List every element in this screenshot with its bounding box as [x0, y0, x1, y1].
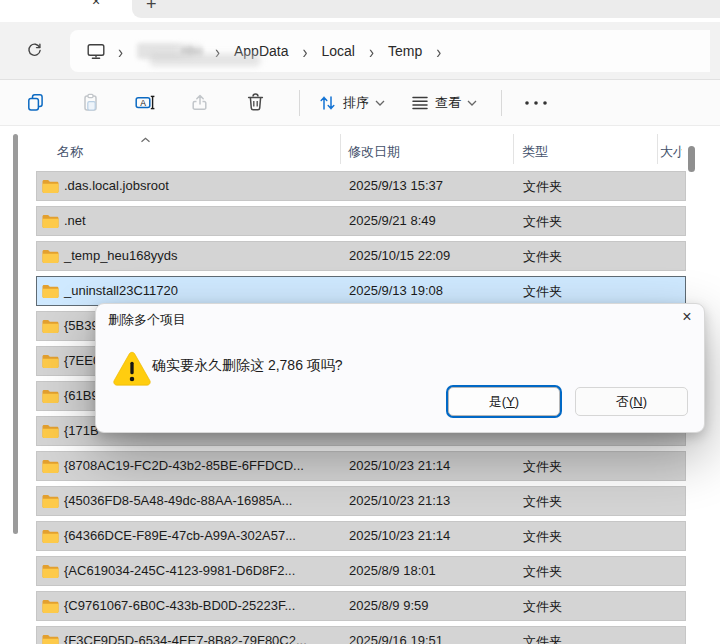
row-name: {AC619034-245C-4123-9981-D6D8F2...: [64, 563, 295, 578]
redaction-smear: [150, 54, 260, 66]
breadcrumb-chevron-icon: ›: [302, 40, 307, 61]
column-header-name[interactable]: 名称: [57, 143, 83, 161]
row-type: 文件夹: [523, 598, 562, 616]
delete-button[interactable]: [228, 85, 283, 121]
file-row[interactable]: {F3CF9D5D-6534-4EE7-8B82-79F80C2... 2025…: [36, 626, 686, 644]
folder-icon: [42, 319, 59, 337]
row-name: _uninstall23C11720: [64, 283, 178, 298]
file-row[interactable]: {64366DCE-F89E-47cb-A99A-302A57... 2025/…: [36, 521, 686, 551]
file-row[interactable]: .das.local.jobsroot 2025/9/13 15:37 文件夹: [36, 171, 686, 201]
delete-confirmation-dialog: 删除多个项目 × 确实要永久删除这 2,786 项吗? 是(Y) 否(N): [95, 303, 705, 433]
list-scrollbar-thumb[interactable]: [688, 146, 695, 172]
file-row[interactable]: _uninstall23C11720 2025/9/13 19:08 文件夹: [36, 276, 686, 306]
column-header-type[interactable]: 类型: [522, 143, 548, 161]
file-row[interactable]: {C9761067-6B0C-433b-BD0D-25223F... 2025/…: [36, 591, 686, 621]
breadcrumb-chevron-icon: ›: [369, 40, 374, 61]
row-date: 2025/10/15 22:09: [349, 248, 450, 263]
chevron-down-icon: [375, 100, 385, 106]
row-date: 2025/10/23 21:14: [349, 528, 450, 543]
breadcrumb-item-local[interactable]: Local: [319, 41, 356, 61]
no-label-suffix: ): [643, 394, 647, 409]
row-date: 2025/8/9 9:59: [349, 598, 429, 613]
sort-button[interactable]: 排序: [310, 85, 393, 121]
ellipsis-icon: [523, 100, 549, 106]
chevron-down-icon: [467, 100, 477, 106]
view-label: 查看: [435, 94, 461, 112]
this-pc-icon[interactable]: [86, 43, 106, 60]
column-header-date[interactable]: 修改日期: [348, 143, 400, 161]
row-type: 文件夹: [523, 633, 562, 644]
row-name: {64366DCE-F89E-47cb-A99A-302A57...: [64, 528, 296, 543]
row-name: {C9761067-6B0C-433b-BD0D-25223F...: [64, 598, 295, 613]
column-divider[interactable]: [513, 134, 514, 164]
yes-label-suffix: ): [515, 394, 519, 409]
column-header-size[interactable]: 大小: [660, 143, 682, 161]
row-name: {5B39: [64, 318, 99, 333]
row-name: .das.local.jobsroot: [64, 178, 169, 193]
folder-icon: [42, 424, 59, 442]
row-date: 2025/9/13 19:08: [349, 283, 443, 298]
folder-icon: [42, 214, 59, 232]
close-tab-icon[interactable]: ×: [92, 0, 100, 9]
file-row[interactable]: .net 2025/9/21 8:49 文件夹: [36, 206, 686, 236]
row-name: _temp_heu168yyds: [64, 248, 177, 263]
yes-label: 是(: [489, 393, 506, 411]
row-name: {F3CF9D5D-6534-4EE7-8B82-79F80C2...: [64, 633, 307, 644]
toolbar-divider: [501, 90, 502, 116]
breadcrumb-chevron-icon: ›: [118, 40, 123, 61]
share-button: [173, 85, 228, 121]
tab-bar: × +: [0, 0, 720, 22]
sort-label: 排序: [343, 94, 369, 112]
row-date: 2025/9/21 8:49: [349, 213, 436, 228]
row-date: 2025/8/9 18:01: [349, 563, 436, 578]
file-row[interactable]: {8708AC19-FC2D-43b2-85BE-6FFDCD... 2025/…: [36, 451, 686, 481]
row-type: 文件夹: [523, 283, 562, 301]
row-name: {8708AC19-FC2D-43b2-85BE-6FFDCD...: [64, 458, 304, 473]
toolbar-divider: [299, 90, 300, 116]
file-row[interactable]: _temp_heu168yyds 2025/10/15 22:09 文件夹: [36, 241, 686, 271]
folder-icon: [42, 634, 59, 644]
no-button[interactable]: 否(N): [575, 387, 688, 416]
nav-pane-scrollbar-thumb[interactable]: [13, 134, 18, 534]
folder-icon: [42, 249, 59, 267]
breadcrumb-chevron-icon: ›: [436, 40, 441, 61]
address-bar: › nbo › AppData › Local › Temp ›: [0, 22, 720, 80]
row-name: {45036FD8-5A48-49dc-88AA-16985A...: [64, 493, 292, 508]
folder-icon: [42, 389, 59, 407]
copy-button[interactable]: [8, 85, 63, 121]
folder-icon: [42, 354, 59, 372]
file-row[interactable]: {AC619034-245C-4123-9981-D6D8F2... 2025/…: [36, 556, 686, 586]
dialog-message: 确实要永久删除这 2,786 项吗?: [152, 357, 343, 375]
column-divider[interactable]: [657, 134, 658, 164]
folder-icon: [42, 599, 59, 617]
row-type: 文件夹: [523, 458, 562, 476]
folder-icon: [42, 494, 59, 512]
paste-button: [63, 85, 118, 121]
row-type: 文件夹: [523, 493, 562, 511]
more-options-button[interactable]: [514, 85, 558, 121]
row-date: 2025/9/16 19:51: [349, 633, 443, 644]
file-row[interactable]: {45036FD8-5A48-49dc-88AA-16985A... 2025/…: [36, 486, 686, 516]
yes-button[interactable]: 是(Y): [448, 387, 560, 416]
folder-icon: [42, 179, 59, 197]
dialog-title: 删除多个项目: [108, 311, 186, 329]
view-button[interactable]: 查看: [403, 85, 485, 121]
row-type: 文件夹: [523, 528, 562, 546]
folder-icon: [42, 529, 59, 547]
row-name: {61B9: [64, 388, 99, 403]
row-type: 文件夹: [523, 213, 562, 231]
column-header-row: 名称 修改日期 类型 大小: [0, 138, 720, 166]
refresh-icon[interactable]: [26, 42, 43, 63]
row-name: {171B: [64, 423, 99, 438]
row-name: .net: [64, 213, 86, 228]
breadcrumb-item-temp[interactable]: Temp: [386, 41, 424, 61]
folder-icon: [42, 459, 59, 477]
column-divider[interactable]: [340, 134, 341, 164]
row-type: 文件夹: [523, 563, 562, 581]
no-key: N: [633, 394, 642, 409]
view-lines-icon: [411, 95, 429, 111]
warning-icon: [112, 350, 152, 392]
new-tab-button[interactable]: +: [146, 0, 157, 15]
dialog-close-icon[interactable]: ×: [674, 305, 700, 329]
rename-button[interactable]: A: [118, 85, 173, 121]
